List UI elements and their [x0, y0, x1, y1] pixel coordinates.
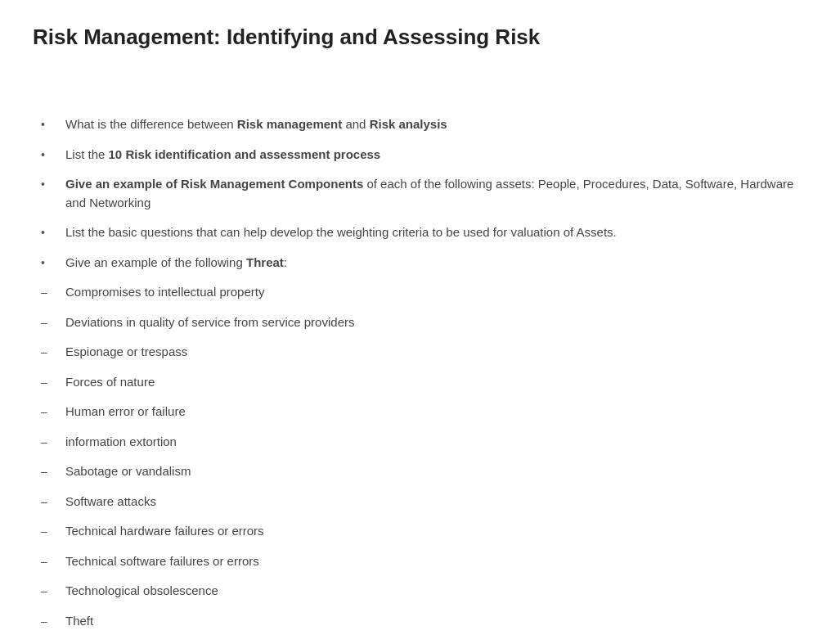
dash-marker: –	[41, 283, 65, 301]
dash-marker: –	[41, 582, 65, 600]
bullet-text: Give an example of Risk Management Compo…	[65, 175, 807, 212]
bullet-list: • What is the difference between Risk ma…	[41, 115, 807, 272]
list-item: – Deviations in quality of service from …	[41, 313, 807, 332]
dash-text: Deviations in quality of service from se…	[65, 313, 807, 332]
list-item: – Forces of nature	[41, 373, 807, 392]
dash-text: Technical software failures or errors	[65, 552, 807, 571]
dash-text: Espionage or trespass	[65, 343, 807, 362]
main-content: • What is the difference between Risk ma…	[33, 115, 807, 630]
list-item: – information extortion	[41, 433, 807, 452]
dash-text: Theft	[65, 612, 807, 631]
dash-marker: –	[41, 433, 65, 451]
dash-marker: –	[41, 462, 65, 480]
dash-marker: –	[41, 522, 65, 540]
list-item: – Software attacks	[41, 493, 807, 511]
dash-text: Technological obsolescence	[65, 582, 807, 601]
dash-text: Technical hardware failures or errors	[65, 522, 807, 541]
list-item: • List the 10 Risk identification and as…	[41, 146, 807, 164]
list-item: – Espionage or trespass	[41, 343, 807, 362]
bold-text: Risk analysis	[370, 117, 447, 131]
dash-text: Sabotage or vandalism	[65, 462, 807, 481]
bullet-marker: •	[41, 223, 65, 241]
bullet-text: What is the difference between Risk mana…	[65, 115, 807, 134]
dash-text: Software attacks	[65, 493, 807, 511]
dash-marker: –	[41, 612, 65, 630]
bullet-marker: •	[41, 254, 65, 272]
list-item: • List the basic questions that can help…	[41, 223, 807, 242]
dash-marker: –	[41, 552, 65, 570]
list-item: – Technical software failures or errors	[41, 552, 807, 571]
dash-text: Compromises to intellectual property	[65, 283, 807, 302]
list-item: – Theft	[41, 612, 807, 631]
list-item: – Technical hardware failures or errors	[41, 522, 807, 541]
dash-marker: –	[41, 313, 65, 331]
list-item: • What is the difference between Risk ma…	[41, 115, 807, 134]
dash-text: Human error or failure	[65, 403, 807, 421]
dash-text: Forces of nature	[65, 373, 807, 392]
bullet-text: Give an example of the following Threat:	[65, 254, 807, 272]
bullet-marker: •	[41, 146, 65, 164]
dash-marker: –	[41, 343, 65, 361]
bullet-text: List the 10 Risk identification and asse…	[65, 146, 807, 164]
list-item: – Technological obsolescence	[41, 582, 807, 601]
list-item: – Compromises to intellectual property	[41, 283, 807, 302]
dash-marker: –	[41, 403, 65, 421]
list-item: • Give an example of Risk Management Com…	[41, 175, 807, 212]
bold-text: Threat	[246, 255, 284, 269]
list-item: – Sabotage or vandalism	[41, 462, 807, 481]
list-item: – Human error or failure	[41, 403, 807, 421]
bullet-text: List the basic questions that can help d…	[65, 223, 807, 242]
bullet-marker: •	[41, 175, 65, 193]
dash-marker: –	[41, 373, 65, 391]
bold-text: Risk management	[237, 117, 342, 131]
page-title: Risk Management: Identifying and Assessi…	[33, 25, 807, 50]
list-item: • Give an example of the following Threa…	[41, 254, 807, 272]
bold-text: Give an example of Risk Management Compo…	[65, 177, 363, 191]
bullet-marker: •	[41, 115, 65, 133]
bold-text: 10 Risk identification and assessment pr…	[109, 147, 381, 161]
dash-marker: –	[41, 493, 65, 511]
dash-text: information extortion	[65, 433, 807, 452]
dash-list: – Compromises to intellectual property –…	[41, 283, 807, 630]
